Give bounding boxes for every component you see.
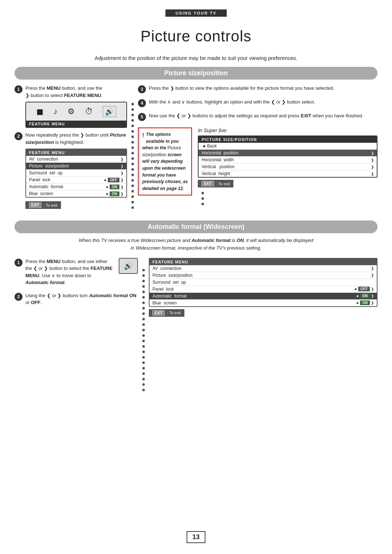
dot [142, 274, 145, 277]
step2-num: 2 [15, 132, 23, 140]
dot [142, 291, 145, 293]
dot [142, 356, 145, 359]
sec2-menu-row-av: AV connection❯ [150, 265, 377, 272]
section2-header: Automatic format (Widescreen) [15, 221, 377, 233]
super-live-label: In Super live: [198, 128, 377, 133]
sec2-menu-row-blue: Blue screen ◄ ON ❯ [150, 300, 377, 306]
sec2-menu-row-auto: Automatic format ◄ ON ❯ [150, 293, 377, 300]
exit-bar-3: EXIT : To exit [149, 309, 184, 317]
pic-row-hpos: Horizontal position❯ [199, 150, 377, 157]
dot [131, 108, 134, 111]
step1-num: 1 [15, 85, 23, 93]
dot [142, 378, 145, 380]
exit-bar-2: EXIT : To exit [198, 180, 233, 187]
sec2-step2-num: 2 [15, 293, 23, 301]
menu-row-av: AV connection❯ [26, 156, 126, 163]
exit-tag-2: EXIT [201, 181, 214, 186]
menu-row-surround: Surround set up❯ [26, 170, 126, 177]
pic-row-vpos: Vertical position❯ [199, 163, 377, 170]
dot [131, 125, 134, 127]
menu-row-picture: Picture size/position❯ [26, 163, 126, 170]
dot [131, 119, 134, 122]
dot [142, 361, 145, 364]
step1-text: Press the MENU button, and use the ❯ but… [25, 85, 102, 99]
dot [131, 103, 134, 105]
feature-menu-list-2: FEATURE MENU AV connection❯ Picture size… [149, 258, 377, 307]
step5-row: 5 Now use the ❮ or ❯ buttons to adjust t… [138, 112, 377, 121]
exit-bar-1: EXIT : To exit [25, 201, 61, 209]
dot [131, 206, 134, 209]
dot [142, 269, 145, 271]
exit-tag-3: EXIT [152, 310, 165, 316]
dot [142, 340, 145, 342]
dot [142, 312, 145, 315]
tv-icon-box: 🔊 [119, 258, 138, 274]
dot [131, 136, 134, 138]
step4-text: With the ∧ and ∨ buttons, highlight an o… [149, 98, 315, 106]
dot [142, 318, 145, 320]
sec2-step2-text: Using the ❮ or ❯ buttons turn Automatic … [25, 292, 138, 306]
intro-text: Adjustment to the position of the pictur… [29, 55, 363, 61]
pic-row-vheight: Vertical height❯ [199, 170, 377, 177]
exit-tag-1: EXIT [29, 202, 41, 208]
dot [142, 383, 145, 386]
feature-menu-list-1: FEATURE MENU AV connection❯ Picture size… [25, 149, 127, 198]
dot [142, 334, 145, 337]
dot [142, 280, 145, 282]
icon-music: ♪ [53, 107, 57, 116]
step2-row: 2 Now repeatedly press the ❯ button unti… [15, 132, 127, 146]
icon-triangle: ◼ [36, 106, 44, 117]
dot [131, 185, 134, 187]
sec2-step2-row: 2 Using the ❮ or ❯ buttons turn Automati… [15, 292, 138, 306]
header-band: USING YOUR TV [166, 9, 227, 17]
dot [142, 302, 145, 304]
dot [142, 345, 145, 348]
dot [142, 323, 145, 326]
dot [131, 168, 134, 171]
note-text: The optionsavailable to youwhen in the P… [142, 132, 188, 191]
step3-row: 3 Press the ❯ button to view the options… [138, 85, 377, 93]
step4-row: 4 With the ∧ and ∨ buttons, highlight an… [138, 98, 377, 107]
page-number: 13 [187, 531, 205, 543]
dot [142, 329, 145, 331]
sec2-menu-row-panel: Panel lock ◄ OFF ❯ [150, 286, 377, 293]
dot [131, 130, 134, 133]
dot [142, 367, 145, 369]
dot [142, 351, 145, 353]
page-title: Picture controls [0, 25, 392, 45]
dot [131, 157, 134, 160]
section2-intro: When this TV receives a true Widescreen … [22, 237, 370, 252]
step4-num: 4 [138, 99, 146, 107]
dot [131, 152, 134, 154]
feature-menu-title-2: FEATURE MENU [150, 259, 377, 265]
picture-size-title: PICTURE SIZE/POSITION [199, 136, 377, 143]
sec2-step1-num: 1 [15, 259, 23, 267]
sec2-step1-text: Press the MENU button, and use either th… [25, 258, 115, 286]
dot [131, 190, 134, 193]
dot [131, 163, 134, 165]
feature-menu-icons-box: ◼ ♪ ⚙ ⏱ 🔊 FEATURE MENU [25, 102, 127, 128]
dot [131, 174, 134, 176]
sec2-menu-row-picture: Picture size/position❯ [150, 272, 377, 279]
dot [142, 372, 145, 375]
icon-speaker: 🔊 [103, 106, 116, 117]
sec2-menu-row-surround: Surround set up [150, 279, 377, 286]
step1-row: 1 Press the MENU button, and use the ❯ b… [15, 85, 127, 99]
sec2-step1-row: 1 Press the MENU button, and use either … [15, 258, 138, 286]
pic-row-back: ◄ Back [199, 143, 377, 150]
icon-settings: ⚙ [68, 107, 75, 116]
feature-menu-label-1: FEATURE MENU [26, 121, 126, 127]
picture-size-box: PICTURE SIZE/POSITION ◄ Back Horizontal … [198, 136, 377, 178]
dot [201, 203, 204, 205]
note-icon: ! [142, 131, 144, 140]
pic-row-hwidth: Horizontal width❯ [199, 157, 377, 163]
dot [131, 114, 134, 116]
step5-text: Now use the ❮ or ❯ buttons to adjust the… [149, 112, 363, 120]
menu-row-auto: Automatic format ◄ ON ❯ [26, 183, 126, 190]
dot [131, 195, 134, 198]
step3-text: Press the ❯ button to view the options a… [149, 85, 334, 92]
dot [201, 192, 204, 194]
step2-text: Now repeatedly press the ❯ button until … [25, 132, 127, 146]
feature-menu-title-1: FEATURE MENU [26, 149, 126, 156]
menu-row-blue: Blue screen ◄ ON ❯ [26, 190, 126, 197]
